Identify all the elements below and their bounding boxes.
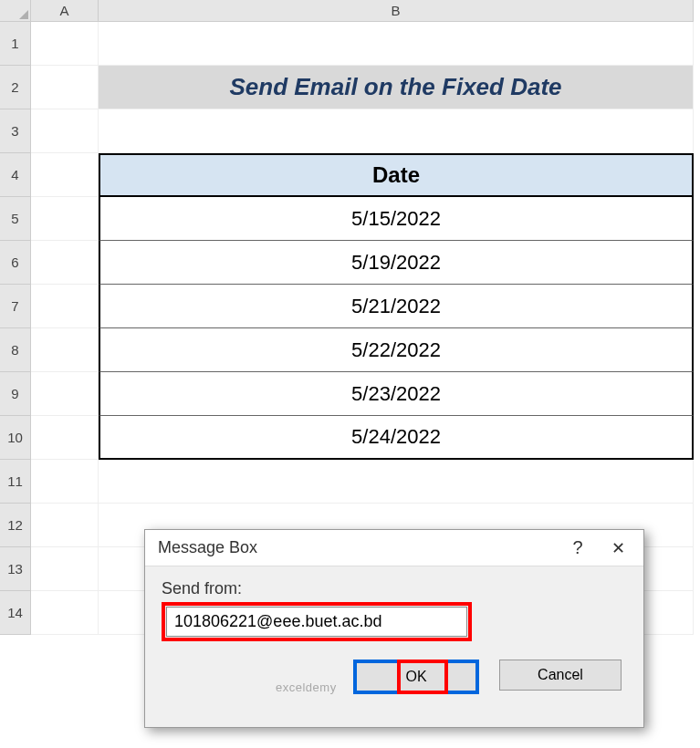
row-header-13[interactable]: 13 xyxy=(0,547,31,591)
ok-button-focus-ring: OK xyxy=(353,660,479,694)
row-header-5[interactable]: 5 xyxy=(0,197,31,241)
help-icon[interactable]: ? xyxy=(558,537,598,558)
cell-A4[interactable] xyxy=(31,153,99,197)
column-header-A[interactable]: A xyxy=(31,0,99,22)
sheet-title[interactable]: Send Email on the Fixed Date xyxy=(99,66,694,109)
cell-A9[interactable] xyxy=(31,372,99,416)
ok-button[interactable]: OK xyxy=(357,663,475,691)
cell-A5[interactable] xyxy=(31,197,99,241)
message-box-dialog: Message Box ? ✕ Send from: OK Cancel xyxy=(144,529,644,728)
table-header-date[interactable]: Date xyxy=(99,153,694,197)
cell-A14[interactable] xyxy=(31,591,99,635)
close-icon[interactable]: ✕ xyxy=(598,538,638,558)
row-header-11[interactable]: 11 xyxy=(0,460,31,504)
row-header-12[interactable]: 12 xyxy=(0,504,31,547)
date-cell-2[interactable]: 5/19/2022 xyxy=(99,241,694,285)
cell-A13[interactable] xyxy=(31,547,99,591)
row-header-10[interactable]: 10 xyxy=(0,416,31,460)
date-cell-1[interactable]: 5/15/2022 xyxy=(99,197,694,241)
date-cell-5[interactable]: 5/23/2022 xyxy=(99,372,694,416)
cell-A8[interactable] xyxy=(31,328,99,372)
row-header-1[interactable]: 1 xyxy=(0,22,31,66)
input-highlight xyxy=(162,602,472,641)
row-header-8[interactable]: 8 xyxy=(0,328,31,372)
cell-B1[interactable] xyxy=(99,22,694,66)
dialog-titlebar[interactable]: Message Box ? ✕ xyxy=(145,530,643,566)
cell-A1[interactable] xyxy=(31,22,99,66)
cell-B11[interactable] xyxy=(99,460,694,504)
dialog-buttons: OK Cancel xyxy=(145,650,643,707)
cell-A10[interactable] xyxy=(31,416,99,460)
date-cell-4[interactable]: 5/22/2022 xyxy=(99,328,694,372)
row-header-2[interactable]: 2 xyxy=(0,66,31,109)
row-header-14[interactable]: 14 xyxy=(0,591,31,635)
row-header-3[interactable]: 3 xyxy=(0,109,31,153)
cancel-button[interactable]: Cancel xyxy=(499,660,622,691)
date-cell-6[interactable]: 5/24/2022 xyxy=(99,416,694,460)
cell-A11[interactable] xyxy=(31,460,99,504)
select-all-corner[interactable] xyxy=(0,0,31,22)
dialog-title: Message Box xyxy=(158,538,558,557)
watermark: exceldemy xyxy=(276,680,337,694)
cell-A3[interactable] xyxy=(31,109,99,153)
row-header-6[interactable]: 6 xyxy=(0,241,31,285)
row-header-9[interactable]: 9 xyxy=(0,372,31,416)
cell-A12[interactable] xyxy=(31,504,99,547)
send-from-input[interactable] xyxy=(166,607,467,637)
row-header-4[interactable]: 4 xyxy=(0,153,31,197)
row-header-7[interactable]: 7 xyxy=(0,285,31,328)
send-from-label: Send from: xyxy=(162,579,627,598)
cell-B3[interactable] xyxy=(99,109,694,153)
column-header-B[interactable]: B xyxy=(99,0,694,22)
cell-A2[interactable] xyxy=(31,66,99,109)
cell-A7[interactable] xyxy=(31,285,99,328)
cell-A6[interactable] xyxy=(31,241,99,285)
dialog-body: Send from: xyxy=(145,566,643,650)
date-cell-3[interactable]: 5/21/2022 xyxy=(99,285,694,328)
